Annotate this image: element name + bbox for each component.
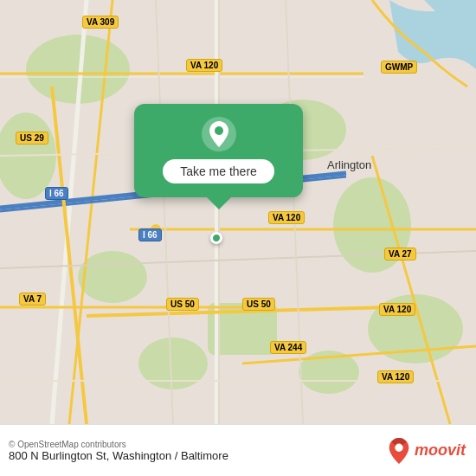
location-card: Take me there [134,104,303,197]
road-label-va7: VA 7 [19,293,46,306]
copyright-text: © OpenStreetMap contributors [9,440,228,449]
road-label-i66-right: I 66 [138,228,162,241]
road-label-va120-br: VA 120 [379,303,415,316]
road-label-us50-left: US 50 [166,298,199,311]
road-label-va120-top: VA 120 [186,59,222,72]
location-pin-icon [201,116,237,152]
svg-point-3 [78,251,147,303]
moovit-brand-text: moovit [415,441,466,460]
road-label-va120-bottom: VA 120 [377,370,414,383]
road-label-va120-mid: VA 120 [268,211,305,224]
road-label-us50-right: US 50 [242,298,275,311]
moovit-logo: moovit [387,437,466,465]
svg-point-33 [395,443,402,451]
map-container: VA 309 VA 120 GWMP US 29 I 66 I 66 VA 12… [0,0,476,424]
address-text: 800 N Burlington St, Washington / Baltim… [9,449,228,462]
road-label-va309: VA 309 [82,16,119,29]
road-label-i66-left: I 66 [45,187,68,200]
moovit-pin-icon [387,437,411,465]
take-me-there-button[interactable]: Take me there [163,159,274,183]
bottom-info: © OpenStreetMap contributors 800 N Burli… [9,440,228,462]
road-label-va244: VA 244 [270,341,306,354]
map-pin-dot [210,232,222,244]
road-label-us29: US 29 [16,132,48,145]
svg-point-32 [215,126,223,135]
bottom-bar: © OpenStreetMap contributors 800 N Burli… [0,424,476,476]
road-label-gwmp: GWMP [381,61,417,74]
place-label-arlington: Arlington [327,158,371,171]
road-label-va27: VA 27 [384,248,416,261]
